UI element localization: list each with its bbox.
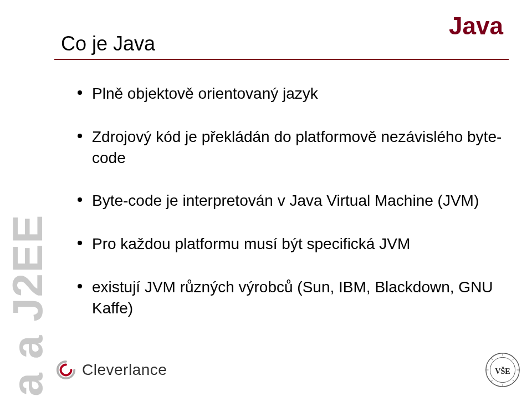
svg-line-9 bbox=[490, 380, 493, 382]
sidebar-vertical-label-text: Java a J2EE bbox=[3, 214, 52, 396]
svg-line-10 bbox=[513, 358, 515, 360]
bullet-text: existují JVM různých výrobců (Sun, IBM, … bbox=[92, 277, 515, 319]
svg-line-7 bbox=[490, 358, 493, 360]
cleverlance-logo-text: Cleverlance bbox=[82, 361, 167, 379]
bullet-dot-icon bbox=[78, 134, 82, 138]
bullet-item: Byte-code je interpretován v Java Virtua… bbox=[78, 190, 515, 211]
bullet-item: existují JVM různých výrobců (Sun, IBM, … bbox=[78, 277, 515, 319]
content-area: Plně objektově orientovaný jazyk Zdrojov… bbox=[78, 83, 515, 341]
bullet-item: Zdrojový kód je překládán do platformově… bbox=[78, 126, 515, 169]
bullet-dot-icon bbox=[78, 90, 82, 95]
divider bbox=[54, 59, 509, 60]
bullet-dot-icon bbox=[78, 241, 82, 245]
section-heading: Co je Java bbox=[61, 32, 155, 55]
svg-text:VŠE: VŠE bbox=[495, 367, 510, 375]
cleverlance-logo: Cleverlance bbox=[55, 359, 167, 380]
bullet-item: Plně objektově orientovaný jazyk bbox=[78, 83, 515, 104]
sidebar-vertical-label: Java a J2EE bbox=[1, 78, 54, 366]
bullet-dot-icon bbox=[78, 197, 82, 202]
bullet-item: Pro každou platformu musí být specifická… bbox=[78, 233, 515, 255]
bullet-dot-icon bbox=[78, 284, 82, 288]
cleverlance-mark-icon bbox=[55, 359, 76, 380]
bullet-text: Pro každou platformu musí být specifická… bbox=[92, 233, 410, 255]
bullet-text: Byte-code je interpretován v Java Virtua… bbox=[92, 190, 479, 211]
brand-title: Java bbox=[449, 12, 503, 40]
svg-line-8 bbox=[513, 380, 515, 382]
bullet-text: Plně objektově orientovaný jazyk bbox=[92, 83, 318, 104]
vse-seal-icon: VŠE bbox=[484, 352, 521, 388]
footer: Cleverlance VŠE bbox=[55, 352, 521, 388]
bullet-text: Zdrojový kód je překládán do platformově… bbox=[92, 126, 515, 169]
